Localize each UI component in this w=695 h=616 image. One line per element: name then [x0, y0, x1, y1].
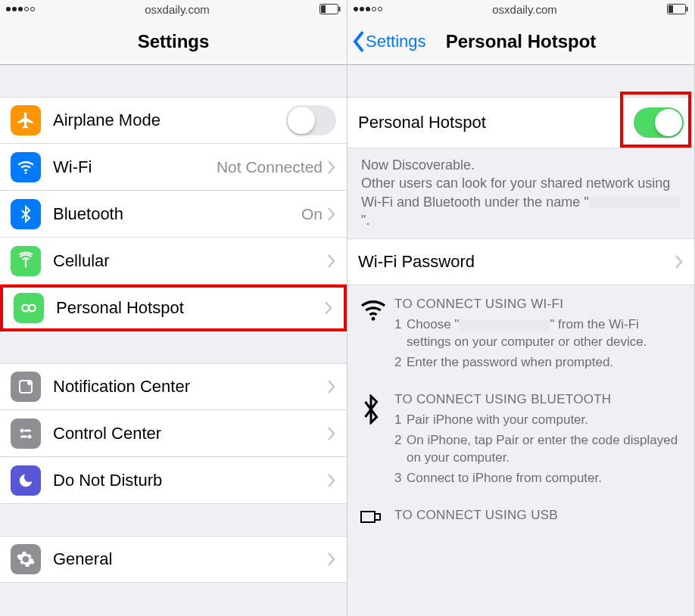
instr-step: 1Choose "" from the Wi-Fi settings on yo…	[394, 316, 684, 351]
row-hotspot-toggle[interactable]: Personal Hotspot	[348, 97, 694, 148]
row-label: Airplane Mode	[53, 110, 286, 130]
back-label: Settings	[366, 32, 426, 51]
row-personal-hotspot[interactable]: Personal Hotspot	[0, 285, 347, 331]
svg-point-8	[20, 428, 24, 432]
instructions-bluetooth: TO CONNECT USING BLUETOOTH 1Pair iPhone …	[348, 381, 694, 496]
row-label: Wi-Fi	[53, 157, 217, 177]
svg-rect-16	[361, 512, 375, 522]
battery-icon	[667, 4, 688, 14]
svg-point-15	[372, 317, 376, 321]
svg-rect-14	[669, 5, 673, 13]
nav-bar: Settings Personal Hotspot	[348, 18, 694, 65]
discoverable-body: Other users can look for your shared net…	[361, 174, 681, 229]
notification-icon	[11, 372, 41, 402]
signal-indicator	[6, 7, 35, 11]
row-airplane-mode[interactable]: Airplane Mode	[0, 97, 347, 144]
row-detail: Not Connected	[217, 158, 323, 176]
page-title: Personal Hotspot	[446, 31, 597, 52]
svg-rect-1	[339, 7, 341, 11]
instructions-wifi: TO CONNECT USING WI-FI 1Choose "" from t…	[348, 285, 694, 381]
row-detail: On	[301, 205, 323, 223]
row-label: Personal Hotspot	[56, 298, 324, 318]
svg-rect-11	[20, 435, 27, 437]
row-label: Notification Center	[53, 377, 327, 397]
discoverable-line: Now Discoverable.	[361, 156, 681, 174]
cellular-icon	[11, 246, 41, 276]
instructions-usb: TO CONNECT USING USB	[348, 496, 694, 527]
airplane-toggle[interactable]	[286, 105, 336, 135]
svg-rect-2	[321, 5, 326, 13]
instr-title: TO CONNECT USING BLUETOOTH	[394, 391, 684, 409]
row-notification-center[interactable]: Notification Center	[0, 363, 347, 410]
hotspot-icon	[14, 293, 44, 323]
instr-step: 1Pair iPhone with your computer.	[394, 412, 684, 429]
row-label: Personal Hotspot	[358, 113, 634, 132]
row-bluetooth[interactable]: Bluetooth On	[0, 191, 347, 238]
row-label: Wi-Fi Password	[358, 252, 675, 272]
svg-rect-17	[375, 514, 380, 520]
battery-icon	[319, 4, 341, 14]
instr-step: 2On iPhone, tap Pair or enter the code d…	[394, 432, 684, 467]
svg-rect-9	[24, 429, 31, 431]
nav-bar: Settings	[0, 18, 347, 65]
status-bar: osxdaily.com	[0, 0, 347, 18]
chevron-right-icon	[327, 380, 336, 394]
page-title: Settings	[138, 31, 210, 52]
gear-icon	[11, 544, 41, 574]
chevron-right-icon	[327, 254, 336, 268]
instr-title: TO CONNECT USING WI-FI	[394, 296, 684, 313]
row-label: Control Center	[53, 424, 327, 443]
bluetooth-icon	[11, 199, 41, 229]
row-cellular[interactable]: Cellular	[0, 238, 347, 285]
row-label: Do Not Disturb	[53, 471, 327, 490]
svg-rect-13	[687, 7, 688, 11]
instr-step: 2Enter the password when prompted.	[394, 354, 684, 372]
svg-point-4	[22, 305, 29, 312]
status-bar: osxdaily.com	[348, 0, 694, 18]
chevron-right-icon	[327, 207, 336, 221]
settings-screen: osxdaily.com Settings Airplane Mode Wi-F…	[0, 0, 348, 616]
chevron-right-icon	[324, 301, 333, 315]
row-label: General	[53, 549, 327, 569]
bluetooth-icon	[360, 391, 394, 490]
instr-title: TO CONNECT USING USB	[394, 507, 684, 524]
chevron-right-icon	[327, 427, 336, 440]
row-label: Bluetooth	[53, 204, 301, 224]
redacted-name	[589, 197, 680, 209]
airplane-icon	[11, 105, 41, 135]
hotspot-toggle[interactable]	[634, 107, 684, 138]
moon-icon	[11, 465, 41, 496]
row-control-center[interactable]: Control Center	[0, 410, 347, 457]
wifi-icon	[360, 296, 394, 375]
chevron-right-icon	[327, 474, 336, 487]
usb-icon	[360, 507, 394, 527]
chevron-right-icon	[327, 160, 336, 174]
discoverable-text: Now Discoverable. Other users can look f…	[348, 148, 694, 238]
instr-step: 3Connect to iPhone from computer.	[394, 470, 684, 487]
chevron-right-icon	[327, 552, 336, 566]
row-wifi[interactable]: Wi-Fi Not Connected	[0, 144, 347, 191]
svg-point-7	[27, 381, 32, 385]
status-title: osxdaily.com	[145, 3, 210, 16]
signal-indicator	[354, 7, 382, 11]
row-label: Cellular	[53, 251, 327, 271]
row-wifi-password[interactable]: Wi-Fi Password	[348, 238, 694, 285]
chevron-right-icon	[675, 255, 684, 269]
hotspot-screen: osxdaily.com Settings Personal Hotspot P…	[348, 0, 695, 616]
svg-point-3	[25, 172, 27, 174]
svg-point-5	[29, 305, 36, 312]
status-title: osxdaily.com	[492, 3, 557, 16]
wifi-icon	[11, 152, 41, 182]
control-center-icon	[11, 418, 41, 449]
row-do-not-disturb[interactable]: Do Not Disturb	[0, 457, 347, 504]
redacted-name	[459, 319, 550, 331]
svg-point-10	[28, 434, 32, 438]
row-general[interactable]: General	[0, 536, 347, 583]
back-button[interactable]: Settings	[352, 31, 426, 52]
